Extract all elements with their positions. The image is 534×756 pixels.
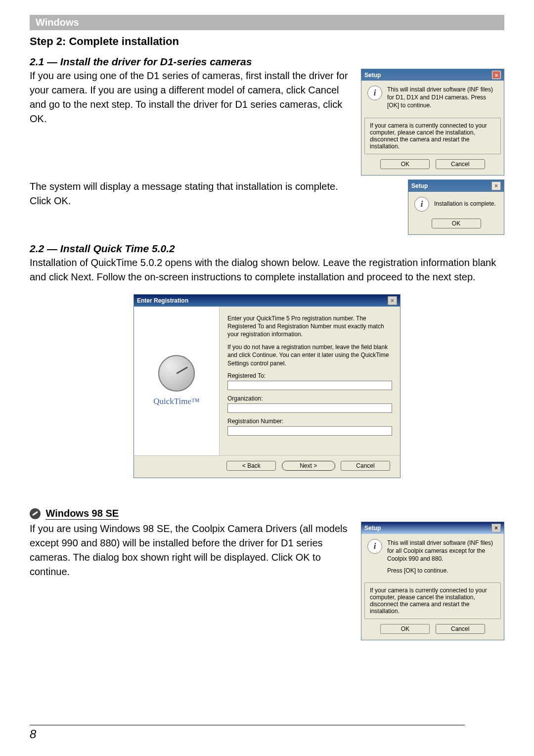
info-icon: i xyxy=(367,86,382,100)
win98-note-label: Windows 98 SE xyxy=(45,508,119,520)
dialog-message: This will install driver software (INF f… xyxy=(387,539,498,563)
section-22-heading: 2.2 — Install Quick Time 5.0.2 xyxy=(30,243,504,255)
quicktime-registration-dialog: Enter Registration × QuickTime™ Enter yo… xyxy=(134,294,400,478)
dialog-title: Setup xyxy=(411,182,428,189)
page-number: 8 xyxy=(30,725,465,741)
ok-button[interactable]: OK xyxy=(432,219,481,228)
registration-number-input[interactable] xyxy=(227,426,392,436)
close-icon[interactable]: × xyxy=(491,524,501,533)
back-button[interactable]: < Back xyxy=(226,461,276,471)
section-21-heading: 2.1 — Install the driver for D1-series c… xyxy=(30,56,504,68)
info-icon: i xyxy=(367,539,382,554)
dialog-message2: Press [OK] to continue. xyxy=(387,567,498,575)
win98-note-paragraph: If you are using Windows 98 SE, the Cool… xyxy=(30,522,352,579)
dialog-title: Enter Registration xyxy=(137,297,188,304)
organization-input[interactable] xyxy=(227,403,392,413)
section-21-paragraph: If you are using one of the D1 series of… xyxy=(30,69,352,126)
ok-button[interactable]: OK xyxy=(380,159,430,169)
cancel-button[interactable]: Cancel xyxy=(436,159,485,169)
next-button[interactable]: Next > xyxy=(282,461,335,471)
dialog-warning: If your camera is currently connected to… xyxy=(364,582,501,619)
quicktime-logo-icon xyxy=(158,355,195,392)
close-icon[interactable]: × xyxy=(388,296,397,305)
setup-dialog-d1: Setup × i This will install driver softw… xyxy=(361,69,504,176)
organization-label: Organization: xyxy=(227,395,392,402)
dialog-message: Installation is complete. xyxy=(434,197,496,208)
cancel-button[interactable]: Cancel xyxy=(341,461,390,471)
section-21-paragraph2: The system will display a message statin… xyxy=(30,179,345,208)
pencil-icon xyxy=(30,508,41,519)
step-heading: Step 2: Complete installation xyxy=(30,35,504,48)
info-icon: i xyxy=(414,197,429,212)
section-22-paragraph: Installation of QuickTime 5.0.2 opens wi… xyxy=(30,256,504,284)
os-header: Windows xyxy=(30,15,504,30)
qt-text2: If you do not have a registration number… xyxy=(227,343,392,367)
dialog-title: Setup xyxy=(364,525,381,532)
qt-text1: Enter your QuickTime 5 Pro registration … xyxy=(227,314,392,339)
dialog-title: Setup xyxy=(364,72,381,79)
setup-dialog-complete: Setup × i Installation is complete. OK xyxy=(408,179,504,235)
registration-number-label: Registration Number: xyxy=(227,418,392,425)
ok-button[interactable]: OK xyxy=(380,624,430,634)
close-icon[interactable]: × xyxy=(491,181,501,190)
registered-to-label: Registered To: xyxy=(227,372,392,379)
quicktime-brand-label: QuickTime™ xyxy=(153,397,199,406)
dialog-warning: If your camera is currently connected to… xyxy=(364,118,501,154)
setup-dialog-coolpix: Setup × i This will install driver softw… xyxy=(361,522,504,641)
cancel-button[interactable]: Cancel xyxy=(436,624,485,634)
registered-to-input[interactable] xyxy=(227,381,392,390)
dialog-message: This will install driver software (INF f… xyxy=(387,86,498,110)
close-icon[interactable]: × xyxy=(492,71,501,79)
